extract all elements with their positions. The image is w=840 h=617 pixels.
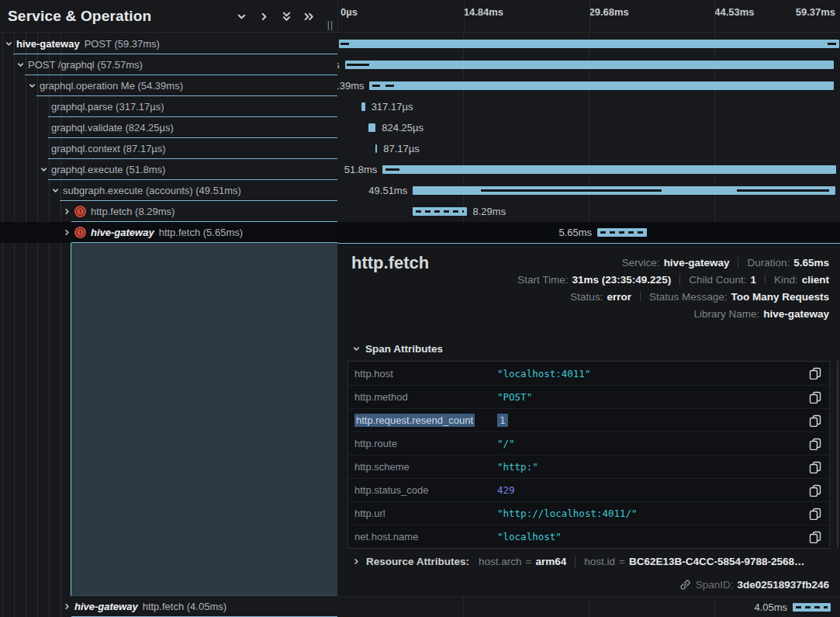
chevron-right-icon [351,556,361,567]
chevron-down-icon[interactable] [39,165,49,175]
attribute-row: http.scheme"http:" [348,455,829,478]
double-chevron-right-icon[interactable] [302,10,316,23]
tree-row[interactable]: !http.fetch (8.29ms) [0,201,337,222]
error-icon: ! [74,227,86,238]
duration-label: 54.39ms [337,75,364,96]
span-attributes-header[interactable]: Span Attributes [351,343,443,355]
tree-row[interactable]: graphql.context (87.17µs) [0,138,337,159]
copy-icon[interactable] [809,391,821,404]
timeline-row[interactable]: 5.65ms [337,222,840,243]
timeline-panel: 0µs14.84ms29.68ms44.53ms59.37ms 59.37ms5… [337,0,840,617]
child-span-mark [385,85,394,87]
attribute-key: http.request.resend_count [348,414,497,426]
ruler-tick: 0µs [340,6,358,18]
resource-attributes-row[interactable]: Resource Attributes:host.arch=arm64host.… [351,556,805,567]
copy-icon[interactable] [809,508,821,520]
tree-row[interactable]: graphql.operation Me (54.39ms) [0,75,337,96]
tree-row[interactable]: graphql.validate (824.25µs) [0,117,337,138]
copy-icon[interactable] [809,367,821,380]
scrollbar[interactable] [837,361,838,547]
child-span-mark [481,189,662,192]
resource-key: host.id [584,556,615,567]
span-attributes-table: http.host"localhost:4011"http.method"POS… [347,361,830,549]
tree-row[interactable]: graphql.execute (51.8ms) [0,159,337,180]
copy-icon[interactable] [809,461,821,473]
chevron-right-icon[interactable] [62,227,72,237]
copy-icon[interactable] [809,531,821,543]
tree-row[interactable]: !hive-gatewayhttp.fetch (5.65ms) [0,222,337,243]
service-name: hive-gateway [91,227,154,238]
chevron-right-icon[interactable] [62,601,72,612]
ruler-tick: 29.68ms [589,6,629,18]
span-bar[interactable] [597,228,647,237]
span-attributes-title: Span Attributes [365,343,443,355]
meta-label: Duration: [747,257,790,269]
tree-row[interactable]: POST /graphql (57.57ms) [0,54,337,75]
resource-key: host.arch [479,556,522,567]
attribute-value: 429 [497,484,515,496]
timeline-row[interactable]: 51.8ms [337,159,840,180]
span-bar[interactable] [369,81,834,90]
span-bar[interactable] [361,102,365,111]
span-bar[interactable] [413,207,466,216]
trace-viewer: Service & Operation || hive-gatewayPOST … [0,0,840,617]
timeline-row[interactable]: 54.39ms [337,75,840,96]
meta-label: Status: [570,291,603,303]
meta-value: hive-gateway [763,308,829,320]
timeline-row[interactable]: 49.51ms [337,180,840,201]
child-span-mark [737,189,829,192]
double-chevron-down-icon[interactable] [280,10,293,23]
panel-resize-handle[interactable]: || [327,19,334,30]
span-label: POST (59.37ms) [85,38,160,50]
meta-value: error [607,291,631,303]
chevron-down-icon[interactable] [27,81,37,91]
attribute-value: "http:" [497,461,538,473]
timeline-row[interactable]: 8.29ms [337,201,840,222]
error-icon: ! [74,206,86,217]
span-label: POST /graphql (57.57ms) [28,59,143,71]
span-bar[interactable] [382,165,836,174]
copy-icon[interactable] [809,414,821,427]
timeline-row[interactable]: 4.05ms [337,597,840,617]
timeline-row[interactable]: 824.25µs [337,117,840,138]
duration-label: 51.8ms [344,159,378,180]
span-bar[interactable] [339,40,839,48]
tree-row[interactable]: graphql.parse (317.17µs) [0,96,337,117]
tree-row[interactable]: hive-gatewayhttp.fetch (4.05ms) [0,596,337,617]
link-icon[interactable] [679,579,691,591]
tree-row[interactable]: subgraph.execute (accounts) (49.51ms) [0,180,337,201]
chevron-right-icon[interactable] [258,10,271,23]
timeline-row[interactable]: 317.17µs [337,96,840,117]
attribute-row: http.url"http://localhost:4011/" [348,501,829,525]
copy-icon[interactable] [809,484,821,497]
meta-label: Child Count: [689,274,746,286]
duration-label: 49.51ms [368,180,407,201]
service-name: hive-gateway [74,601,138,612]
timeline-row[interactable]: 87.17µs [337,138,840,159]
span-bar[interactable] [345,61,835,69]
span-label: graphql.execute (51.8ms) [51,164,165,175]
chevron-down-icon[interactable] [50,185,60,196]
child-span-marks [796,606,828,608]
span-label: graphql.parse (317.17µs) [51,101,164,113]
gridline [714,0,715,33]
chevron-down-icon[interactable] [4,39,14,49]
span-meta: Service:hive-gatewayDuration:5.65msStart… [517,254,829,322]
span-bar[interactable] [793,603,831,612]
span-bar[interactable] [375,144,378,153]
selected-span-region[interactable] [71,243,337,596]
meta-label: Status Message: [649,291,728,303]
ruler-tick: 44.53ms [714,6,754,18]
resource-attributes-title: Resource Attributes: [366,556,469,567]
span-label: http.fetch (5.65ms) [159,227,243,238]
gridline [464,0,465,33]
span-bar[interactable] [368,123,375,132]
chevron-down-icon[interactable] [235,10,248,23]
timeline-row[interactable]: 57.57ms [337,54,840,75]
chevron-down-icon[interactable] [16,60,26,70]
timeline-row[interactable]: 59.37ms [337,33,840,54]
copy-icon[interactable] [809,438,821,450]
chevron-right-icon[interactable] [62,206,72,217]
attribute-row: http.route"/" [348,432,829,455]
tree-row[interactable]: hive-gatewayPOST (59.37ms) [0,33,337,54]
